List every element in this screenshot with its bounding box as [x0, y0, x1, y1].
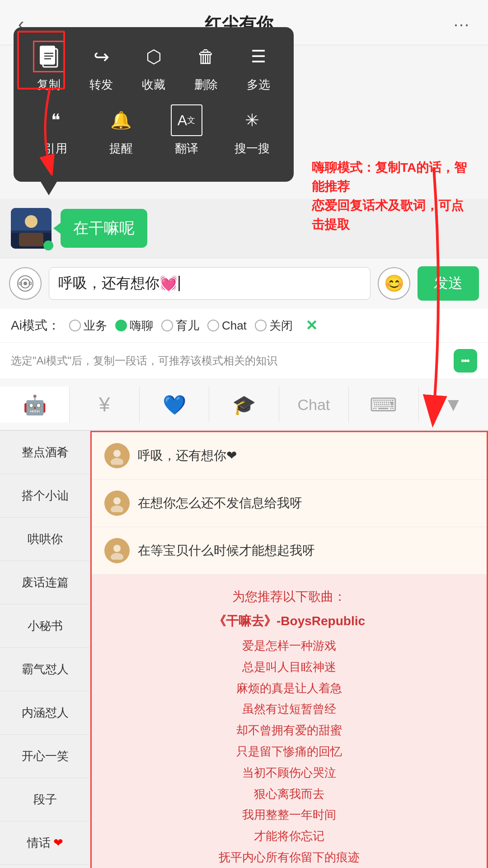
lyric-line: 总是叫人目眩神迷 — [101, 656, 478, 678]
search-label: 搜一搜 — [235, 141, 270, 156]
graduate-icon: 🎓 — [232, 394, 256, 416]
sidebar-item-6[interactable]: 内涵怼人 — [0, 691, 90, 735]
sidebar-item-9[interactable]: 情话 ❤ — [0, 821, 90, 865]
sidebar-item-0[interactable]: 整点酒肴 — [0, 431, 90, 474]
context-menu: 复制 ↪ 转发 ⬡ 收藏 🗑 删除 ☰ 多选 ❝ 引用 🔔 提醒 A文 翻译 — [14, 27, 294, 182]
sidebar-item-8[interactable]: 段子 — [0, 778, 90, 821]
svg-point-13 — [23, 282, 27, 285]
mode-close[interactable]: 关闭 — [255, 318, 293, 334]
expand-icon: ▼ — [444, 394, 463, 415]
context-search[interactable]: ✳ 搜一搜 — [232, 104, 272, 156]
toolbar-money[interactable]: ¥ — [70, 387, 139, 423]
sidebar-item-3[interactable]: 废话连篇 — [0, 561, 90, 604]
sidebar-item-4[interactable]: 小秘书 — [0, 604, 90, 648]
sidebar-item-1[interactable]: 搭个小讪 — [0, 474, 90, 518]
context-quote[interactable]: ❝ 引用 — [35, 104, 76, 156]
svg-point-21 — [111, 458, 123, 465]
send-button[interactable]: 发送 — [418, 266, 479, 301]
context-delete[interactable]: 🗑 删除 — [186, 41, 226, 93]
translate-label: 翻译 — [175, 141, 198, 156]
multiselect-label: 多选 — [247, 77, 270, 93]
mode-yewu-label: 业务 — [84, 318, 107, 334]
lyric-line: 麻烦的真是让人着急 — [101, 678, 478, 699]
heart-red-icon: ❤ — [53, 836, 63, 850]
multiselect-icon: ☰ — [243, 41, 274, 72]
radio-chat — [207, 320, 219, 331]
ai-mode-bar: Ai模式： 业务 嗨聊 育儿 Chat 关闭 ✕ — [0, 309, 488, 343]
toolbar-ai-chat[interactable]: 🤖 — [0, 387, 70, 423]
sidebar-qinghua-label: 情话 — [27, 835, 51, 851]
right-panel: 呼吸，还有想你❤ 在想你怎么还不发信息给我呀 在等宝贝什么时候才能想起我呀 — [90, 431, 488, 868]
radio-yuer — [161, 320, 173, 331]
annotation-text: 嗨聊模式：复制TA的话，智能推荐恋爱回复话术及歌词，可点击提取 — [312, 158, 474, 234]
context-remind[interactable]: 🔔 提醒 — [101, 104, 141, 156]
suggestion-text-0: 呼吸，还有想你❤ — [138, 447, 237, 464]
chat-bubble-text: 在干嘛呢 — [73, 219, 135, 236]
lyric-line: 却不曾拥有爱的甜蜜 — [101, 720, 478, 741]
sidebar-item-2[interactable]: 哄哄你 — [0, 518, 90, 561]
mode-close-label: 关闭 — [269, 318, 293, 334]
suggestion-avatar-2 — [104, 538, 130, 563]
sidebar-item-7[interactable]: 开心一笑 — [0, 735, 90, 778]
toolbar-row: 🤖 ¥ 💙 🎓 Chat ⌨ ▼ — [0, 379, 488, 431]
heart-icon: 💙 — [163, 394, 186, 416]
sidebar: 整点酒肴 搭个小讪 哄哄你 废话连篇 小秘书 霸气怼人 内涵怼人 开心一笑 段子… — [0, 431, 90, 868]
forward-label: 转发 — [89, 77, 113, 93]
remind-label: 提醒 — [109, 141, 133, 156]
delete-icon: 🗑 — [190, 41, 222, 72]
toolbar-expand[interactable]: ▼ — [419, 387, 488, 423]
mode-chat[interactable]: Chat — [207, 319, 247, 333]
robot-icon: 🤖 — [23, 394, 47, 416]
context-translate[interactable]: A文 翻译 — [166, 104, 207, 156]
lyric-line: 当初不顾伤心哭泣 — [101, 762, 478, 783]
lyric-line: 我用整整一年时间 — [101, 804, 478, 826]
ai-mode-label: Ai模式： — [11, 317, 60, 334]
annotation-content: 嗨聊模式：复制TA的话，智能推荐恋爱回复话术及歌词，可点击提取 — [312, 160, 467, 231]
lyric-line: 只是留下惨痛的回忆 — [101, 741, 478, 762]
close-ai-button[interactable]: ✕ — [305, 317, 318, 334]
toolbar-graduate[interactable]: 🎓 — [209, 387, 279, 423]
song-lyrics: 爱是怎样一种游戏总是叫人目眩神迷麻烦的真是让人着急虽然有过短暂曾经却不曾拥有爱的… — [101, 635, 478, 868]
remind-icon: 🔔 — [105, 104, 137, 136]
text-cursor — [178, 276, 180, 291]
mode-haijiao[interactable]: 嗨聊 — [115, 318, 153, 334]
copy-label: 复制 — [37, 77, 61, 93]
toolbar-chat-text[interactable]: Chat — [279, 387, 349, 423]
toolbar-keyboard[interactable]: ⌨ — [349, 387, 418, 423]
svg-point-20 — [113, 450, 121, 457]
lyric-line: 虽然有过短暂曾经 — [101, 698, 478, 720]
quote-label: 引用 — [44, 141, 67, 156]
message-input[interactable]: 呼吸，还有想你💓 — [49, 267, 371, 300]
context-copy[interactable]: 复制 — [28, 41, 69, 93]
collect-icon: ⬡ — [138, 41, 169, 72]
suggestion-avatar-1 — [104, 491, 130, 516]
svg-point-17 — [461, 359, 464, 362]
input-area: 呼吸，还有想你💓 😊 发送 — [0, 258, 488, 309]
sidebar-item-5[interactable]: 霸气怼人 — [0, 648, 90, 691]
info-bar: 选定"Ai模式"后，复制一段话，可推荐该模式相关的知识 — [0, 343, 488, 379]
mode-yewu[interactable]: 业务 — [69, 318, 107, 334]
suggestion-2[interactable]: 在等宝贝什么时候才能想起我呀 — [92, 527, 487, 575]
translate-icon: A文 — [171, 104, 202, 136]
lyric-line: 抚平内心所有你留下的痕迹 — [101, 847, 478, 868]
context-collect[interactable]: ⬡ 收藏 — [133, 41, 174, 93]
context-forward[interactable]: ↪ 转发 — [81, 41, 122, 93]
forward-icon: ↪ — [85, 41, 117, 72]
lyric-line: 爱是怎样一种游戏 — [101, 635, 478, 656]
toolbar-heart[interactable]: 💙 — [140, 387, 209, 423]
more-button[interactable]: ··· — [454, 15, 470, 34]
suggestion-0[interactable]: 呼吸，还有想你❤ — [92, 432, 487, 480]
ai-mode-options: 业务 嗨聊 育儿 Chat 关闭 — [69, 318, 293, 334]
mode-yuer[interactable]: 育儿 — [161, 318, 199, 334]
radio-yewu — [69, 320, 81, 331]
chat-small-icon[interactable] — [454, 349, 477, 373]
voice-button[interactable] — [9, 267, 42, 300]
context-multiselect[interactable]: ☰ 多选 — [238, 41, 279, 93]
context-menu-row-1: 复制 ↪ 转发 ⬡ 收藏 🗑 删除 ☰ 多选 — [23, 41, 285, 93]
copy-icon — [33, 41, 65, 72]
suggestion-1[interactable]: 在想你怎么还不发信息给我呀 — [92, 480, 487, 527]
context-menu-row-2: ❝ 引用 🔔 提醒 A文 翻译 ✳ 搜一搜 — [23, 104, 285, 156]
song-rec-title: 为您推荐以下歌曲： — [101, 588, 478, 605]
lyric-line: 狠心离我而去 — [101, 783, 478, 805]
emoji-button[interactable]: 😊 — [378, 267, 410, 300]
